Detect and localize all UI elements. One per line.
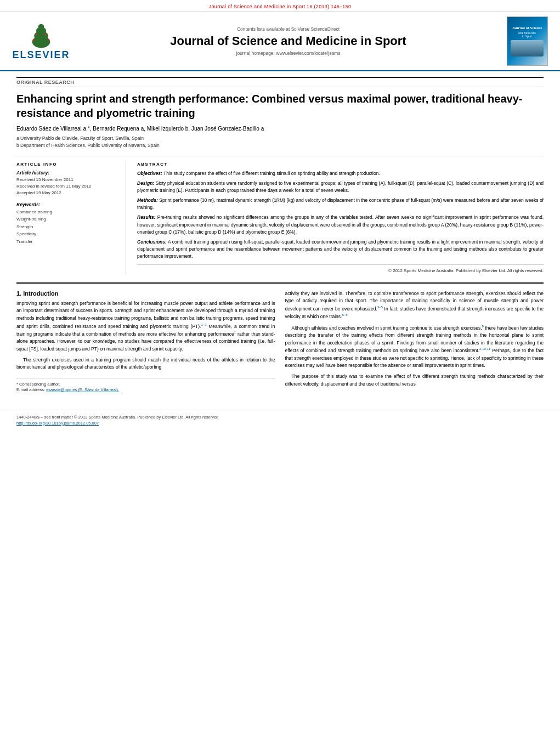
homepage-line: journal homepage: www.elsevier.com/locat… <box>77 50 500 56</box>
svg-point-5 <box>33 38 35 41</box>
journal-main-title: Journal of Science and Medicine in Sport <box>77 34 500 48</box>
authors-text: Eduardo Sáez de Villarreal a,*, Bernardo… <box>16 126 264 132</box>
received-date: Received 15 November 2011 <box>16 177 118 183</box>
article-info-column: ARTICLE INFO Article history: Received 1… <box>16 162 126 275</box>
abstract-methods: Methods: Sprint performance (30 m), maxi… <box>137 197 544 211</box>
corresponding-footnote: * Corresponding author. <box>16 382 275 388</box>
affiliation-a: a University Pablo de Olavide, Faculty o… <box>16 135 544 142</box>
contents-available-line: Contents lists available at SciVerse Sci… <box>77 26 500 32</box>
elsevier-tree-icon <box>22 22 60 49</box>
article-history-label: Article history: <box>16 170 118 176</box>
keywords-list: Combined training Weight-training Streng… <box>16 208 118 246</box>
abstract-column: ABSTRACT Objectives: This study compares… <box>137 162 544 275</box>
main-content-area: 1. Introduction Improving sprint and str… <box>16 282 544 393</box>
journal-ref: Journal of Science and Medicine in Sport… <box>209 4 352 9</box>
journal-header-main: ELSEVIER Contents lists available at Sci… <box>0 12 560 71</box>
article-body: Original Research Enhancing sprint and s… <box>0 71 560 404</box>
abstract-heading: ABSTRACT <box>137 162 544 167</box>
svg-point-8 <box>44 33 47 35</box>
affiliations: a University Pablo de Olavide, Faculty o… <box>16 135 544 149</box>
abstract-objectives: Objectives: This study compares the effe… <box>137 170 544 177</box>
email-footnote: E-mail address: esaezie@upo.es (E. Sáez … <box>16 387 275 393</box>
right-paragraph-2: Although athletes and coaches involved i… <box>285 324 544 370</box>
copyright-line: © 2012 Sports Medicine Australia. Publis… <box>137 264 544 274</box>
right-paragraph-1: activity they are involved in. Therefore… <box>285 290 544 321</box>
authors-line: Eduardo Sáez de Villarreal a,*, Bernardo… <box>16 126 544 132</box>
keyword-2: Weight-training <box>16 216 118 223</box>
keywords-group: Keywords: Combined training Weight-train… <box>16 202 118 246</box>
email-link[interactable]: esaezie@upo.es (E. Sáez de Villarreal). <box>46 387 119 392</box>
issn-text: 1440-2440/$ – see front matter © 2012 Sp… <box>16 415 219 420</box>
elsevier-brand-name: ELSEVIER <box>12 49 70 61</box>
svg-point-4 <box>38 24 44 30</box>
abstract-design: Design: Sixty physical education student… <box>137 180 544 194</box>
introduction-column: 1. Introduction Improving sprint and str… <box>16 290 275 393</box>
keyword-4: Specificity <box>16 230 118 238</box>
keywords-label: Keywords: <box>16 202 118 207</box>
article-info-heading: ARTICLE INFO <box>16 162 118 167</box>
elsevier-logo: ELSEVIER <box>11 22 71 61</box>
article-history-group: Article history: Received 15 November 20… <box>16 170 118 196</box>
svg-point-6 <box>48 38 50 41</box>
affiliation-b: b Department of Health Sciences, Public … <box>16 142 544 149</box>
footer: 1440-2440/$ – see front matter © 2012 Sp… <box>0 410 560 429</box>
revised-date: Received in revised form 11 May 2012 <box>16 183 118 190</box>
page: Journal of Science and Medicine in Sport… <box>0 0 560 741</box>
right-body-text: activity they are involved in. Therefore… <box>285 290 544 388</box>
right-column: activity they are involved in. Therefore… <box>285 290 544 393</box>
introduction-body: Improving sprint and strength performanc… <box>16 300 275 371</box>
abstract-conclusions: Conclusions: A combined training approac… <box>137 239 544 261</box>
footnote-area: * Corresponding author. E-mail address: … <box>16 378 275 393</box>
article-title: Enhancing sprint and strength performanc… <box>16 92 544 120</box>
journal-cover-image: Journal of Science and Medicine in Sport <box>507 16 548 66</box>
journal-header-top: Journal of Science and Medicine in Sport… <box>0 0 560 12</box>
footer-left: 1440-2440/$ – see front matter © 2012 Sp… <box>16 414 219 426</box>
keyword-1: Combined training <box>16 208 118 216</box>
right-paragraph-3: The purpose of this study was to examine… <box>285 373 544 388</box>
keyword-3: Strength <box>16 223 118 231</box>
intro-paragraph-2: The strength exercises used in a trainin… <box>16 357 275 371</box>
abstract-text: Objectives: This study compares the effe… <box>137 170 544 275</box>
accepted-date: Accepted 19 May 2012 <box>16 190 118 196</box>
doi-link[interactable]: http://dx.doi.org/10.1016/j.jsams.2012.0… <box>16 421 219 426</box>
keyword-5: Transfer <box>16 238 118 246</box>
abstract-results: Results: Pre-training results showed no … <box>137 214 544 236</box>
article-info-abstract-section: ARTICLE INFO Article history: Received 1… <box>16 156 544 275</box>
svg-point-7 <box>36 33 38 35</box>
journal-thumbnail: Journal of Science and Medicine in Sport <box>505 16 549 66</box>
intro-paragraph-1: Improving sprint and strength performanc… <box>16 300 275 353</box>
introduction-heading: 1. Introduction <box>16 290 275 297</box>
journal-center-header: Contents lists available at SciVerse Sci… <box>71 26 505 56</box>
section-label: Original Research <box>16 77 544 87</box>
